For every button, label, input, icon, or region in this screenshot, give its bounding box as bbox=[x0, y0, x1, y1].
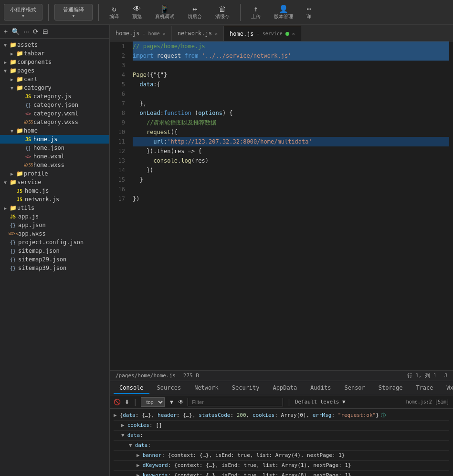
file-name: app.json bbox=[18, 222, 109, 228]
devtab-storage[interactable]: Storage bbox=[373, 383, 409, 394]
sidebar-item-sitemap[interactable]: {} sitemap.json bbox=[0, 247, 109, 255]
sidebar-item-category-wxss[interactable]: WXSS category.wxss bbox=[0, 118, 109, 126]
sidebar-item-sitemap29[interactable]: {} sitemap29.json bbox=[0, 255, 109, 264]
clear-console-btn[interactable]: 🚫 bbox=[114, 399, 121, 405]
context-select[interactable]: top bbox=[141, 397, 165, 407]
sidebar-item-category[interactable]: ▼ 📁 category bbox=[0, 83, 109, 92]
devtab-security[interactable]: Security bbox=[226, 383, 265, 394]
json-file-icon: {} bbox=[24, 103, 32, 108]
real-device-icon: 📱 bbox=[160, 4, 169, 13]
mode-label: 小程序模式 bbox=[10, 6, 36, 13]
upload-btn[interactable]: ↑ 上传 bbox=[246, 2, 265, 22]
devtab-sensor[interactable]: Sensor bbox=[338, 383, 370, 394]
add-file-btn[interactable]: + bbox=[4, 28, 8, 35]
sidebar-item-home[interactable]: ▼ 📁 home bbox=[0, 126, 109, 135]
cut-back-btn[interactable]: ↔ 切后台 bbox=[183, 2, 207, 22]
tab-home-js-service[interactable]: home.js - service ✕ bbox=[224, 26, 301, 41]
sidebar-item-pages[interactable]: ▼ 📁 pages bbox=[0, 66, 109, 75]
folder-name: profile bbox=[24, 170, 109, 177]
sidebar-item-service-home-js[interactable]: JS home.js bbox=[0, 186, 109, 195]
expand-arrow[interactable]: ▶ bbox=[114, 411, 117, 420]
tab-network-js[interactable]: network.js ✕ bbox=[172, 26, 224, 41]
compile-selector[interactable]: 普通编译 ▼ bbox=[54, 4, 93, 21]
devtab-sources[interactable]: Sources bbox=[151, 383, 187, 394]
refresh-btn[interactable]: ⟳ bbox=[33, 28, 39, 35]
code-editor[interactable]: 1 2 3 4 5 6 7 8 9 10 11 12 13 14 15 16 1 bbox=[110, 41, 453, 370]
clear-cache-icon: 🗑 bbox=[219, 4, 226, 13]
tab-home-js-home[interactable]: home.js - home ✕ bbox=[110, 26, 172, 41]
sidebar-item-tabbar[interactable]: ▶ 📁 tabbar bbox=[0, 49, 109, 58]
expand-arrow[interactable]: ▼ bbox=[121, 431, 125, 440]
expand-arrow[interactable]: ▶ bbox=[137, 451, 140, 460]
compile-text: 编译 bbox=[109, 13, 119, 20]
info-icon: ⓘ bbox=[381, 411, 386, 420]
file-name: project.config.json bbox=[18, 239, 109, 246]
close-icon[interactable]: ✕ bbox=[215, 31, 218, 36]
code-line-6 bbox=[133, 89, 449, 99]
folder-name: category bbox=[24, 84, 109, 91]
expand-arrow[interactable]: ▼ bbox=[129, 441, 132, 450]
devtab-console[interactable]: Console bbox=[114, 383, 149, 394]
file-name: app.js bbox=[18, 213, 109, 220]
devtab-audits[interactable]: Audits bbox=[305, 383, 337, 394]
close-icon[interactable]: ✕ bbox=[163, 31, 166, 36]
sidebar-item-service[interactable]: ▼ 📁 service bbox=[0, 178, 109, 186]
file-name: home.wxml bbox=[33, 153, 109, 160]
devtab-wxml[interactable]: Wxml bbox=[441, 383, 453, 394]
devtab-appdata[interactable]: AppData bbox=[267, 383, 303, 394]
expand-arrow[interactable]: ▶ bbox=[137, 461, 140, 470]
sidebar-item-app-js[interactable]: JS app.js bbox=[0, 212, 109, 221]
search-btn[interactable]: 🔍 bbox=[11, 28, 20, 35]
sidebar-item-category-wxml[interactable]: <> category.wxml bbox=[0, 109, 109, 118]
clear-cache-btn[interactable]: 🗑 清缓存 bbox=[211, 2, 234, 22]
filter-input[interactable] bbox=[188, 398, 283, 406]
expand-arrow[interactable]: ▶ bbox=[121, 421, 125, 430]
eye-btn[interactable]: 👁 bbox=[178, 399, 184, 405]
sidebar-item-home-wxml[interactable]: <> home.wxml bbox=[0, 152, 109, 161]
editor-container: home.js - home ✕ network.js ✕ home.js - … bbox=[110, 25, 453, 476]
real-device-btn[interactable]: 📱 真机调试 bbox=[150, 2, 179, 22]
sidebar-item-category-js[interactable]: JS category.js bbox=[0, 92, 109, 101]
sidebar-item-home-json[interactable]: {} home.json bbox=[0, 144, 109, 152]
sidebar-item-project-config[interactable]: {} project.config.json bbox=[0, 238, 109, 247]
compile-label: 普通编译 bbox=[63, 6, 84, 13]
close-icon[interactable]: ✕ bbox=[292, 31, 295, 36]
wxml-file-icon: <> bbox=[24, 111, 32, 116]
folder-name: components bbox=[17, 59, 109, 65]
context-arrow-btn[interactable]: ▼ bbox=[169, 399, 174, 405]
file-name: category.js bbox=[33, 93, 109, 100]
folder-icon: 📁 bbox=[9, 41, 17, 48]
devtab-network[interactable]: Network bbox=[189, 383, 224, 394]
sidebar-item-home-wxss[interactable]: WXSS home.wxss bbox=[0, 161, 109, 169]
sidebar-item-app-wxss[interactable]: WXSS app.wxss bbox=[0, 229, 109, 238]
devtab-trace[interactable]: Trace bbox=[410, 383, 439, 394]
mode-selector[interactable]: 小程序模式 ▼ bbox=[4, 4, 42, 21]
sidebar-item-utils[interactable]: ▶ 📁 utils bbox=[0, 204, 109, 212]
collapse-btn[interactable]: ⊟ bbox=[42, 28, 48, 35]
sidebar-item-sitemap39[interactable]: {} sitemap39.json bbox=[0, 264, 109, 272]
more-btn[interactable]: ⋯ 详 bbox=[302, 2, 316, 22]
more-options-btn[interactable]: ··· bbox=[23, 28, 29, 35]
filter-toggle-btn[interactable]: ⬇ bbox=[125, 399, 129, 405]
sidebar-item-service-network-js[interactable]: JS network.js bbox=[0, 195, 109, 204]
folder-icon: 📁 bbox=[15, 170, 24, 177]
sidebar-item-app-json[interactable]: {} app.json bbox=[0, 221, 109, 229]
sidebar-item-home-js[interactable]: JS home.js bbox=[0, 135, 109, 144]
sidebar-item-profile[interactable]: ▶ 📁 profile bbox=[0, 169, 109, 178]
sidebar-item-components[interactable]: ▶ 📁 components bbox=[0, 58, 109, 66]
file-name: home.js bbox=[25, 187, 109, 194]
arrow-icon: ▶ bbox=[9, 77, 15, 82]
code-line-13: console.log(res) bbox=[133, 156, 449, 166]
arrow-icon: ▶ bbox=[2, 206, 9, 211]
preview-btn[interactable]: 👁 预览 bbox=[127, 2, 147, 22]
version-mgr-btn[interactable]: 👤 版本管理 bbox=[269, 2, 298, 22]
folder-icon: 📁 bbox=[15, 76, 24, 83]
sidebar-item-category-json[interactable]: {} category.json bbox=[0, 101, 109, 109]
compile-btn[interactable]: ↻ 编译 bbox=[105, 2, 124, 22]
sidebar-item-cart[interactable]: ▶ 📁 cart bbox=[0, 75, 109, 83]
sidebar-item-assets[interactable]: ▼ 📁 assets bbox=[0, 41, 109, 49]
expand-arrow[interactable]: ▶ bbox=[137, 471, 140, 476]
console-line-data-root: ▼ data: bbox=[114, 431, 449, 441]
file-name: network.js bbox=[25, 196, 109, 203]
mode-arrow: ▼ bbox=[22, 13, 24, 18]
